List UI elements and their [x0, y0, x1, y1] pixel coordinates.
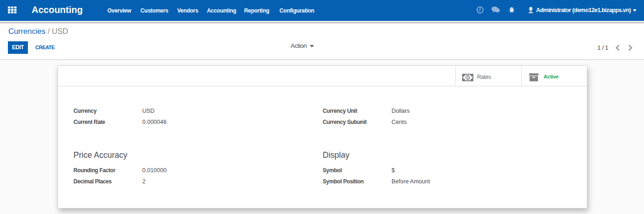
svg-text:1: 1 [467, 75, 469, 80]
